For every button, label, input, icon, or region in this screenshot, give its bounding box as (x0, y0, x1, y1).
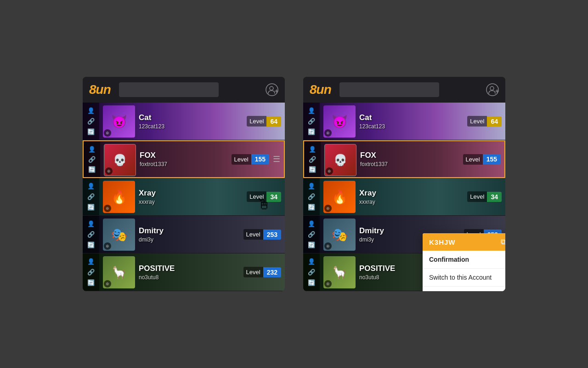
app-logo-right: 8un (310, 82, 331, 97)
account-username-cat-left: 123cat123 (139, 123, 247, 130)
link-icon-fox-right[interactable]: 🔗 (309, 156, 316, 162)
avatar-positive-right: 🦙 ⊕ (323, 256, 356, 288)
refresh-icon-cat-right[interactable]: 🔄 (308, 129, 315, 135)
level-badge-xray-right: Level 34 (467, 191, 502, 202)
avatar-fox-right: 💀 ⊕ (324, 144, 356, 176)
account-row-positive-left[interactable]: 👤 🔗 🔄 🦙 ⊕ POSITIVE no3utu8 Level 232 (83, 253, 285, 291)
row-info-positive-left: POSITIVE no3utu8 (139, 253, 243, 291)
profile-icon-positive-right[interactable]: 👤 (308, 259, 315, 264)
level-label-fox: Level (232, 154, 251, 165)
profile-icon-cat-right[interactable]: 👤 (308, 108, 315, 114)
row-sidebar-cat-right: 👤 🔗 🔄 (303, 103, 320, 140)
level-value-dmitry-left: 253 (263, 230, 281, 240)
row-info-xray-right: Xray xxxray (359, 178, 467, 215)
refresh-icon-fox-right[interactable]: 🔄 (309, 167, 316, 172)
link-icon-dmitry-right[interactable]: 🔗 (308, 231, 315, 237)
account-username-cat-right: 123cat123 (359, 123, 467, 130)
menu-icon-fox-left[interactable]: ☰ (273, 154, 280, 164)
level-badge-positive-left: Level 232 (243, 267, 281, 277)
svg-point-0 (266, 84, 278, 96)
add-user-button[interactable] (266, 83, 278, 96)
link-icon-positive[interactable]: 🔗 (87, 269, 95, 275)
profile-icon-positive[interactable]: 👤 (87, 259, 95, 264)
avatar-xray-left: 🔥 ⊕ (103, 181, 135, 213)
account-row-xray-left[interactable]: 👤 🔗 🔄 🔥 ⊕ Xray xxxray Level 34 🖱 (83, 178, 285, 216)
level-value-positive-left: 232 (263, 267, 281, 277)
account-username-fox-left: foxtrot1337 (140, 161, 232, 167)
account-name-fox-left: FOX (140, 151, 232, 160)
mouse-cursor: 🖱 (256, 196, 271, 213)
account-row-cat-right[interactable]: 👤 🔗 🔄 😈 ⊕ Cat 123cat123 Level 64 (303, 103, 505, 140)
left-panel: 8un 🔍 👤 🔗 🔄 😈 ⊕ (83, 77, 285, 291)
add-user-button-right[interactable] (486, 83, 499, 96)
avatar-cat-right: 😈 ⊕ (323, 105, 356, 138)
account-name-cat-right: Cat (359, 113, 467, 122)
refresh-icon[interactable]: 🔄 (87, 129, 95, 135)
link-icon-cat-right[interactable]: 🔗 (308, 118, 315, 124)
level-value-fox-right: 155 (483, 154, 501, 164)
svg-point-4 (486, 84, 498, 96)
account-row-xray-right[interactable]: 👤 🔗 🔄 🔥 ⊕ Xray xxxray Level 34 (303, 178, 505, 216)
account-row-fox-right[interactable]: 👤 🔗 🔄 💀 ⊕ FOX foxtrot1337 Level 155 (303, 140, 505, 178)
account-row-fox-left[interactable]: 👤 🔗 🔄 💀 ⊕ FOX foxtrot1337 Level 155 ☰ (83, 140, 285, 178)
account-row-dmitry-left[interactable]: 👤 🔗 🔄 🎭 ⊕ Dmitry dmi3y Level 253 (83, 216, 285, 253)
profile-icon-xray[interactable]: 👤 (87, 183, 95, 189)
account-name-positive-left: POSITIVE (139, 264, 243, 273)
search-input-right[interactable] (339, 82, 439, 97)
account-name-dmitry-left: Dmitry (139, 226, 243, 236)
app-logo: 8un (89, 82, 111, 97)
link-icon-dmitry[interactable]: 🔗 (87, 231, 95, 237)
profile-icon[interactable]: 👤 (87, 108, 95, 114)
refresh-icon-positive-right[interactable]: 🔄 (308, 280, 315, 286)
account-name-xray-left: Xray (139, 189, 247, 198)
row-info-fox-right: FOX foxtrot1337 (360, 141, 463, 177)
account-row-cat-left[interactable]: 👤 🔗 🔄 😈 ⊕ Cat 123cat123 Level 64 (83, 103, 285, 140)
link-icon[interactable]: 🔗 (87, 118, 95, 124)
row-sidebar-fox-right: 👤 🔗 🔄 (304, 141, 321, 177)
profile-icon-xray-right[interactable]: 👤 (308, 183, 315, 189)
profile-icon-dmitry[interactable]: 👤 (87, 221, 95, 227)
account-username-xray-right: xxxray (359, 199, 467, 205)
accounts-list-left: 👤 🔗 🔄 😈 ⊕ Cat 123cat123 Level 64 👤 🔗 (83, 103, 285, 291)
level-label-cat-right: Level (467, 116, 487, 126)
link-icon-positive-right[interactable]: 🔗 (308, 269, 315, 275)
account-name-cat-left: Cat (139, 113, 247, 122)
refresh-icon-fox[interactable]: 🔄 (88, 167, 96, 172)
profile-icon-fox-right[interactable]: 👤 (309, 146, 316, 152)
refresh-icon-xray[interactable]: 🔄 (87, 204, 95, 210)
link-icon-xray[interactable]: 🔗 (87, 194, 95, 200)
level-badge-fox-left: Level 155 (232, 154, 269, 165)
search-wrapper-right: 🔍 (339, 82, 481, 97)
row-info-cat-left: Cat 123cat123 (139, 103, 247, 140)
row-info-dmitry-left: Dmitry dmi3y (139, 216, 243, 253)
menu-item-confirmation[interactable]: Confirmation (423, 251, 505, 269)
refresh-icon-dmitry[interactable]: 🔄 (87, 242, 95, 248)
link-icon-xray-right[interactable]: 🔗 (308, 194, 315, 200)
svg-point-5 (490, 86, 494, 90)
refresh-icon-dmitry-right[interactable]: 🔄 (308, 242, 315, 248)
row-sidebar-xray-left: 👤 🔗 🔄 (83, 178, 99, 215)
avatar-xray-right: 🔥 ⊕ (323, 181, 356, 213)
level-label-xray-right: Level (467, 191, 487, 202)
refresh-icon-positive[interactable]: 🔄 (87, 280, 95, 286)
link-icon-fox[interactable]: 🔗 (88, 156, 96, 162)
right-header: 8un 🔍 (303, 77, 505, 103)
profile-icon-dmitry-right[interactable]: 👤 (308, 221, 315, 227)
level-value-cat-left: 64 (266, 116, 281, 126)
copy-icon[interactable]: ⧉ (501, 238, 505, 246)
search-input[interactable] (119, 82, 219, 97)
menu-item-open-new-tab[interactable]: Open in new tab (423, 287, 505, 291)
refresh-icon-xray-right[interactable]: 🔄 (308, 204, 315, 210)
account-name-xray-right: Xray (359, 189, 467, 198)
level-label: Level (247, 116, 266, 126)
account-username-dmitry-left: dmi3y (139, 236, 243, 243)
account-username-positive-left: no3utu8 (139, 274, 243, 281)
account-username-xray-left: xxxray (139, 199, 247, 205)
level-badge-cat-left: Level 64 (247, 116, 281, 126)
menu-item-switch-account[interactable]: Switch to this Account (423, 269, 505, 287)
context-menu-key: K3HJW (429, 238, 456, 246)
left-header: 8un 🔍 (83, 77, 285, 103)
row-sidebar-positive-right: 👤 🔗 🔄 (303, 253, 320, 291)
profile-icon-fox[interactable]: 👤 (88, 146, 96, 152)
level-label-positive: Level (243, 267, 263, 277)
